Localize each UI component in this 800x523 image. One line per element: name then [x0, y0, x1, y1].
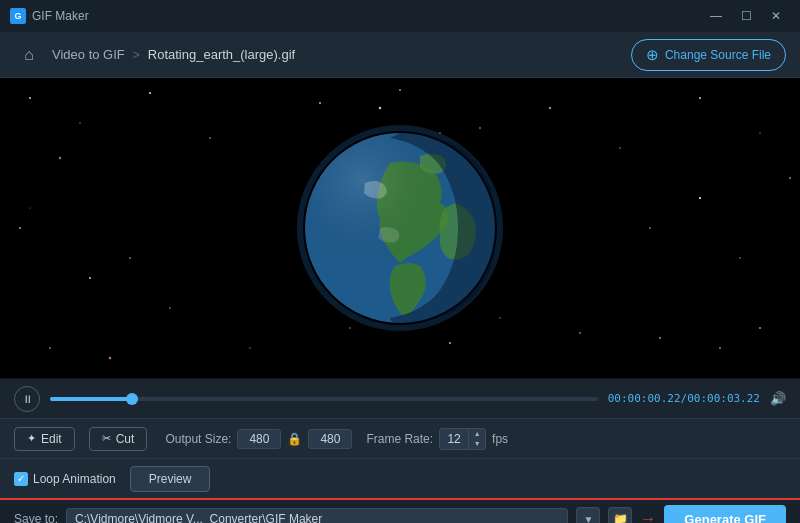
svg-point-8 [549, 107, 551, 109]
video-area [0, 78, 800, 378]
loop-bar: ✓ Loop Animation Preview [0, 458, 800, 498]
svg-point-22 [789, 177, 791, 179]
cut-button[interactable]: ✂ Cut [89, 427, 148, 451]
svg-point-0 [29, 97, 31, 99]
volume-icon[interactable]: 🔊 [770, 391, 786, 406]
pause-button[interactable]: ⏸ [14, 386, 40, 412]
cut-label: Cut [116, 432, 135, 446]
svg-point-23 [719, 347, 721, 349]
frame-rate-arrows: ▲ ▼ [468, 429, 485, 449]
save-bar: Save to: ▼ 📁 → Generate GIF [0, 498, 800, 523]
svg-point-17 [759, 327, 761, 329]
svg-point-6 [399, 89, 401, 91]
generate-gif-button[interactable]: Generate GIF [664, 505, 786, 524]
svg-point-16 [739, 257, 740, 258]
loop-animation-checkbox[interactable]: ✓ Loop Animation [14, 472, 116, 486]
change-source-button[interactable]: ⊕ Change Source File [631, 39, 786, 71]
frame-rate-label: Frame Rate: [366, 432, 433, 446]
loop-label: Loop Animation [33, 472, 116, 486]
breadcrumb-filename: Rotating_earth_(large).gif [148, 47, 295, 62]
svg-point-30 [649, 227, 651, 229]
svg-point-20 [659, 337, 661, 339]
seek-bar-fill [50, 397, 132, 401]
close-button[interactable]: ✕ [762, 5, 790, 27]
breadcrumb-separator: > [133, 48, 140, 62]
edit-button[interactable]: ✦ Edit [14, 427, 75, 451]
svg-point-28 [579, 332, 581, 334]
title-controls: — ☐ ✕ [702, 5, 790, 27]
change-source-label: Change Source File [665, 48, 771, 62]
svg-point-24 [249, 347, 250, 348]
controls-bar: ⏸ 00:00:00.22/00:00:03.22 🔊 [0, 378, 800, 418]
frame-rate-up[interactable]: ▲ [469, 429, 485, 439]
nav-bar: ⌂ Video to GIF > Rotating_earth_(large).… [0, 32, 800, 78]
svg-point-1 [79, 122, 80, 123]
svg-point-12 [19, 227, 21, 229]
save-label: Save to: [14, 512, 58, 523]
save-path-input[interactable] [66, 508, 568, 523]
frame-rate-group: Frame Rate: ▲ ▼ fps [366, 428, 508, 450]
svg-point-14 [169, 307, 171, 309]
title-left: G GIF Maker [10, 8, 89, 24]
svg-point-4 [59, 157, 61, 159]
preview-button[interactable]: Preview [130, 466, 211, 492]
svg-point-26 [449, 342, 451, 344]
time-display: 00:00:00.22/00:00:03.22 [608, 392, 760, 405]
svg-point-31 [379, 107, 381, 109]
app-icon: G [10, 8, 26, 24]
svg-point-10 [699, 97, 701, 99]
lock-icon[interactable]: 🔒 [287, 432, 302, 446]
edit-bar: ✦ Edit ✂ Cut Output Size: 🔒 Frame Rate: … [0, 418, 800, 458]
earth-image [290, 118, 510, 338]
svg-point-13 [89, 277, 91, 279]
title-bar: G GIF Maker — ☐ ✕ [0, 0, 800, 32]
plus-icon: ⊕ [646, 46, 659, 64]
checkbox-icon: ✓ [14, 472, 28, 486]
svg-point-21 [29, 207, 30, 208]
seek-bar[interactable] [50, 397, 598, 401]
frame-rate-down[interactable]: ▼ [469, 439, 485, 449]
svg-point-5 [319, 102, 321, 104]
svg-point-11 [759, 132, 760, 133]
svg-point-29 [129, 257, 131, 259]
maximize-button[interactable]: ☐ [732, 5, 760, 27]
frame-rate-input-wrap: ▲ ▼ [439, 428, 486, 450]
arrow-icon: → [640, 510, 656, 523]
output-size-group: Output Size: 🔒 [165, 429, 352, 449]
svg-point-2 [149, 92, 151, 94]
svg-point-18 [49, 347, 51, 349]
scissors-icon: ✂ [102, 432, 111, 445]
minimize-button[interactable]: — [702, 5, 730, 27]
nav-left: ⌂ Video to GIF > Rotating_earth_(large).… [14, 40, 295, 70]
svg-point-19 [109, 357, 111, 359]
path-dropdown-button[interactable]: ▼ [576, 507, 600, 523]
frame-rate-input[interactable] [440, 430, 468, 448]
app-title: GIF Maker [32, 9, 89, 23]
svg-point-3 [209, 137, 211, 139]
svg-point-15 [699, 197, 701, 199]
size-height-input[interactable] [308, 429, 352, 449]
home-button[interactable]: ⌂ [14, 40, 44, 70]
edit-label: Edit [41, 432, 62, 446]
edit-star-icon: ✦ [27, 432, 36, 445]
breadcrumb-video-to-gif[interactable]: Video to GIF [52, 47, 125, 62]
seek-thumb [126, 393, 138, 405]
fps-label: fps [492, 432, 508, 446]
output-size-label: Output Size: [165, 432, 231, 446]
svg-point-9 [619, 147, 621, 149]
folder-open-button[interactable]: 📁 [608, 507, 632, 523]
size-width-input[interactable] [237, 429, 281, 449]
